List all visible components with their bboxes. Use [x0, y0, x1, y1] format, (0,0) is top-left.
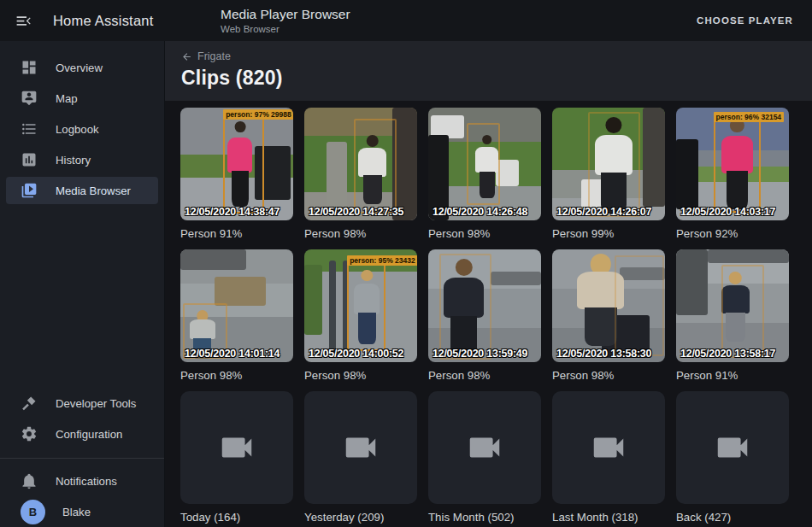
- clip-thumbnail[interactable]: 12/05/2020 14:27:35: [304, 108, 417, 220]
- clip-thumbnail[interactable]: person: 95% 2343212/05/2020 14:00:52: [304, 249, 417, 362]
- detection-bbox: [467, 123, 501, 204]
- folder-cell-back-427-: Back (427): [676, 391, 789, 524]
- app-title: Home Assistant: [53, 13, 153, 29]
- clip-thumbnail[interactable]: 12/05/2020 14:01:14: [180, 249, 293, 362]
- clip-timestamp: 12/05/2020 13:59:49: [432, 348, 527, 360]
- clip-cell: 12/05/2020 13:58:17 Person 91%: [676, 249, 789, 383]
- sidebar-item-label: Developer Tools: [56, 397, 136, 410]
- scene-shape: [215, 277, 267, 306]
- folder-caption: Yesterday (209): [304, 511, 417, 524]
- scene-shape: [491, 272, 541, 285]
- clip-timestamp: 12/05/2020 14:27:35: [309, 206, 403, 218]
- folder-caption: This Month (502): [428, 511, 541, 524]
- scene-shape: [708, 249, 789, 263]
- folder-cell-last-month-318-: Last Month (318): [552, 391, 665, 524]
- tooltip-account-icon: [21, 90, 38, 107]
- clip-timestamp: 12/05/2020 14:26:07: [556, 206, 651, 218]
- clip-thumbnail[interactable]: 12/05/2020 14:26:48: [428, 108, 541, 220]
- breadcrumb-label: Frigate: [197, 50, 231, 62]
- folder-cell-today-164-: Today (164): [180, 391, 293, 524]
- folder-cell-yesterday-209-: Yesterday (209): [304, 391, 417, 524]
- folder-cell-this-month-502-: This Month (502): [428, 391, 541, 524]
- clip-cell: 12/05/2020 14:26:07 Person 99%: [552, 108, 665, 241]
- clip-thumbnail[interactable]: person: 97% 2998812/05/2020 14:38:47: [180, 108, 293, 220]
- clip-caption: Person 91%: [676, 369, 789, 383]
- clip-timestamp: 12/05/2020 14:01:14: [185, 348, 279, 360]
- clip-timestamp: 12/05/2020 13:58:17: [680, 348, 775, 360]
- toolbar: Media Player Browser Web Browser CHOOSE …: [165, 0, 812, 41]
- video-camera-icon: [589, 428, 628, 467]
- folder-card[interactable]: [180, 391, 293, 504]
- clip-timestamp: 12/05/2020 14:00:52: [309, 348, 403, 360]
- clip-cell: person: 97% 2998812/05/2020 14:38:47 Per…: [180, 108, 293, 241]
- sidebar-item-overview[interactable]: Overview: [6, 54, 158, 81]
- clip-cell: 12/05/2020 13:59:49 Person 98%: [428, 249, 541, 383]
- sidebar-user-profile[interactable]: B Blake: [6, 498, 158, 525]
- scene-shape: [676, 249, 708, 315]
- clip-caption: Person 98%: [428, 369, 541, 383]
- sidebar-item-developer-tools[interactable]: Developer Tools: [6, 389, 158, 417]
- sidebar-header: Home Assistant: [0, 0, 165, 41]
- sidebar-item-label: Overview: [56, 61, 103, 74]
- detection-bbox: person: 97% 29988: [223, 118, 264, 214]
- detection-label: person: 97% 29988: [223, 109, 293, 120]
- sidebar-item-map[interactable]: Map: [6, 85, 158, 112]
- folder-card[interactable]: [676, 391, 789, 504]
- folder-card[interactable]: [304, 391, 417, 504]
- sidebar-item-label: Map: [56, 92, 78, 105]
- clip-caption: Person 92%: [676, 227, 789, 241]
- scene-shape: [676, 139, 698, 209]
- sidebar-item-configuration[interactable]: Configuration: [6, 420, 158, 448]
- sidebar-item-logbook[interactable]: Logbook: [6, 115, 158, 143]
- folder-card[interactable]: [428, 391, 541, 504]
- page-title: Clips (820): [181, 67, 812, 90]
- breadcrumb[interactable]: Frigate: [181, 50, 231, 62]
- detection-bbox: [721, 265, 764, 357]
- hammer-icon: [21, 395, 38, 412]
- clip-caption: Person 98%: [552, 369, 665, 383]
- video-camera-icon: [217, 428, 256, 467]
- clip-caption: Person 98%: [304, 369, 417, 383]
- clip-thumbnail[interactable]: person: 96% 3215412/05/2020 14:03:17: [676, 108, 789, 220]
- user-name: Blake: [62, 506, 91, 518]
- sidebar-item-media-browser[interactable]: Media Browser: [6, 177, 158, 204]
- gear-icon: [21, 425, 38, 442]
- sidebar-item-history[interactable]: History: [6, 146, 158, 173]
- media-grid-area: person: 97% 2998812/05/2020 14:38:47 Per…: [165, 101, 812, 527]
- sidebar: Overview Map Logbook History Media Brows…: [0, 41, 165, 527]
- choose-player-button[interactable]: CHOOSE PLAYER: [690, 9, 800, 32]
- sidebar-item-notifications[interactable]: Notifications: [6, 467, 158, 495]
- folder-card[interactable]: [552, 391, 665, 504]
- clip-cell: 12/05/2020 14:01:14 Person 98%: [180, 249, 293, 383]
- media-player-subtitle: Web Browser: [221, 24, 350, 34]
- content-header: Frigate Clips (820): [165, 41, 812, 101]
- detection-bbox: [354, 119, 397, 214]
- detection-bbox: [588, 112, 640, 217]
- clip-cell: person: 95% 2343212/05/2020 14:00:52 Per…: [304, 249, 417, 383]
- scene-shape: [180, 249, 246, 270]
- detection-bbox: [615, 255, 664, 357]
- scene-shape: [329, 261, 336, 355]
- video-camera-icon: [341, 428, 380, 467]
- clip-thumbnail[interactable]: 12/05/2020 14:26:07: [552, 108, 665, 220]
- sidebar-item-label: Configuration: [56, 428, 122, 441]
- clip-cell: 12/05/2020 14:27:35 Person 98%: [304, 108, 417, 241]
- clip-caption: Person 98%: [180, 369, 293, 383]
- media-grid: person: 97% 2998812/05/2020 14:38:47 Per…: [180, 108, 797, 524]
- scene-shape: [304, 265, 322, 335]
- avatar: B: [21, 500, 45, 524]
- clip-thumbnail[interactable]: 12/05/2020 13:59:49: [428, 249, 541, 362]
- clip-cell: person: 96% 3215412/05/2020 14:03:17 Per…: [676, 108, 789, 241]
- media-player-title: Media Player Browser: [221, 7, 350, 22]
- clip-caption: Person 91%: [180, 227, 293, 241]
- clip-thumbnail[interactable]: 12/05/2020 13:58:30: [552, 249, 665, 362]
- clip-cell: 12/05/2020 13:58:30 Person 98%: [552, 249, 665, 383]
- clip-thumbnail[interactable]: 12/05/2020 13:58:17: [676, 249, 789, 362]
- clip-timestamp: 12/05/2020 14:03:17: [680, 206, 775, 218]
- video-camera-icon: [713, 428, 752, 467]
- menu-open-icon[interactable]: [13, 10, 33, 31]
- sidebar-spacer: [0, 206, 164, 388]
- arrow-left-icon: [181, 51, 192, 62]
- main-content: Frigate Clips (820) person: 97% 2998812/…: [165, 41, 812, 527]
- clip-timestamp: 12/05/2020 14:26:48: [432, 206, 527, 218]
